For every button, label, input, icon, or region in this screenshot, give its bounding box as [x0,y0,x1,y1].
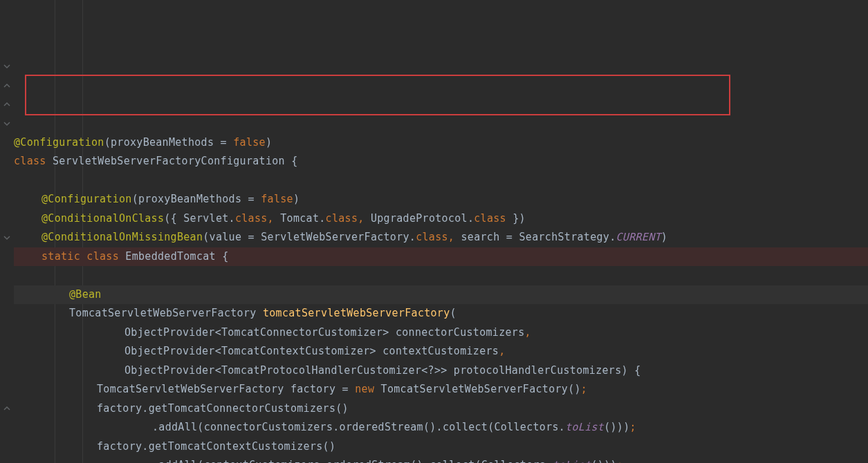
code-line[interactable]: .addAll(connectorCustomizers.orderedStre… [14,418,868,437]
code-token: .addAll(contextCustomizers.orderedStream… [152,456,553,463]
gutter-line [0,399,13,419]
code-token: TomcatServletWebServerFactory() [381,380,581,399]
code-token: class [326,209,358,229]
gutter-line [0,323,13,343]
code-token: , [499,342,505,361]
fold-close-icon[interactable] [3,101,10,108]
gutter-line [0,95,13,115]
code-line[interactable]: factory.getTomcatConnectorCustomizers() [14,399,868,419]
code-area[interactable]: @Configuration(proxyBeanMethods = false)… [14,0,868,463]
code-token: , [448,228,461,247]
gutter-line [0,304,13,323]
code-token: false [233,133,266,153]
code-token: ({ Servlet. [164,209,235,229]
gutter-line [0,247,13,267]
gutter-line [0,285,13,305]
code-token: toList [565,418,604,437]
gutter-line [0,19,13,39]
code-line[interactable]: static class EmbeddedTomcat { [14,247,868,267]
gutter-line [0,57,13,77]
code-line[interactable]: TomcatServletWebServerFactory tomcatServ… [14,304,868,323]
code-token: , [358,209,371,229]
code-token: ())) [604,418,629,437]
gutter-line [0,76,13,95]
gutter-line [0,437,13,457]
gutter-line [0,38,13,57]
gutter-line [0,171,13,191]
code-token: class [235,209,268,229]
code-token: CURRENT [616,228,661,247]
gutter-line [0,342,13,361]
code-line[interactable]: @ConditionalOnMissingBean(value = Servle… [14,228,868,247]
code-token: ObjectProvider<TomcatProtocolHandlerCust… [124,361,640,381]
code-line[interactable] [14,171,868,191]
code-token: ObjectProvider<TomcatConnectorCustomizer… [124,323,525,343]
gutter-line [0,228,13,247]
code-line[interactable] [14,266,868,285]
code-line[interactable]: ObjectProvider<TomcatProtocolHandlerCust… [14,361,868,381]
code-token: (value = ServletWebServerFactory. [203,228,416,247]
code-token: TomcatServletWebServerFactory [69,304,263,323]
code-token: ) [293,190,299,209]
code-token: ())) [591,456,617,463]
code-line[interactable]: @Bean [14,285,868,305]
code-token: class [416,228,448,247]
annotation-highlight-box [25,75,730,115]
fold-open-icon[interactable] [3,63,10,70]
code-token: new [355,380,380,399]
code-line[interactable]: .addAll(contextCustomizers.orderedStream… [14,456,868,463]
gutter-line [0,380,13,399]
code-editor[interactable]: @Configuration(proxyBeanMethods = false)… [0,0,868,463]
code-line[interactable]: factory.getTomcatContextCustomizers() [14,437,868,457]
code-token: ; [630,418,636,437]
fold-close-icon[interactable] [3,405,10,412]
code-token: class [14,152,53,171]
code-line[interactable]: @Configuration(proxyBeanMethods = false) [14,190,868,209]
editor-gutter [0,0,14,463]
code-token: factory.getTomcatContextCustomizers() [97,437,335,457]
code-token: ; [581,380,587,399]
gutter-line [0,361,13,381]
code-token: ; [617,456,623,463]
gutter-line [0,152,13,171]
code-token: ( [450,304,456,323]
code-line[interactable]: TomcatServletWebServerFactory factory = … [14,380,868,399]
fold-open-icon[interactable] [3,120,10,127]
code-token: , [525,323,531,343]
gutter-line [0,190,13,209]
fold-close-icon[interactable] [3,82,10,89]
code-token: , [268,209,281,229]
code-token: @ConditionalOnClass [41,209,164,229]
code-line[interactable]: class ServletWebServerFactoryConfigurati… [14,152,868,171]
code-token: UpgradeProtocol. [371,209,474,229]
gutter-line [0,0,13,19]
gutter-line [0,209,13,229]
code-token: ) [266,133,272,153]
gutter-line [0,266,13,285]
code-token: ServletWebServerFactoryConfiguration { [53,152,298,171]
code-line[interactable]: @Configuration(proxyBeanMethods = false) [14,133,868,153]
code-token: toList [553,456,591,463]
code-token: factory.getTomcatConnectorCustomizers() [97,399,349,419]
code-token: @Configuration [41,190,132,209]
fold-open-icon[interactable] [3,234,10,241]
code-token: }) [506,209,526,229]
code-token: EmbeddedTomcat { [125,247,228,267]
code-token: tomcatServletWebServerFactory [263,304,450,323]
code-token: Tomcat. [280,209,325,229]
gutter-line [0,418,13,437]
code-token: .addAll(connectorCustomizers.orderedStre… [152,418,565,437]
code-token: ObjectProvider<TomcatContextCustomizer> … [124,342,499,361]
code-token: @Configuration [14,133,104,153]
code-token: @Bean [69,285,102,305]
code-token: (proxyBeanMethods = [104,133,234,153]
code-line[interactable]: @ConditionalOnClass({ Servlet.class, Tom… [14,209,868,229]
code-token: false [261,190,293,209]
code-token: ) [661,228,667,247]
code-token: class [474,209,506,229]
code-token: TomcatServletWebServerFactory factory = [97,380,355,399]
code-line[interactable]: ObjectProvider<TomcatConnectorCustomizer… [14,323,868,343]
code-line[interactable]: ObjectProvider<TomcatContextCustomizer> … [14,342,868,361]
gutter-line [0,114,13,133]
code-token: search = SearchStrategy. [461,228,616,247]
